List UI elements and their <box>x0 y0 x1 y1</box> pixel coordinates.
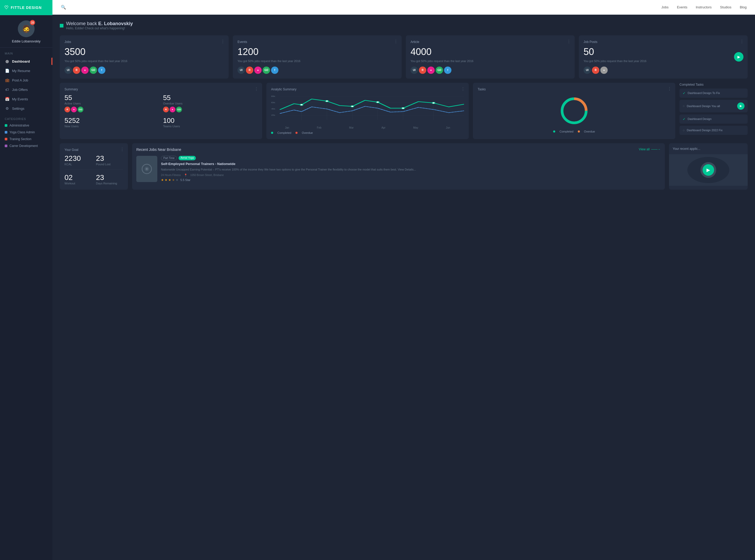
tasks-legend-completed: Completed <box>559 130 573 133</box>
job-company: 24 Hours Fitness <box>161 174 181 177</box>
mini-avatar: f <box>98 66 105 74</box>
mini-avatar: ● <box>600 66 608 74</box>
category-dot <box>5 124 7 127</box>
sidebar-item-resume[interactable]: 📄 My Resume <box>0 66 53 76</box>
avatar-row-article: UI R ● GD f <box>410 66 570 74</box>
job-title[interactable]: Self-Employed Personal Trainers - Nation… <box>161 162 661 166</box>
category-label: Yoga Class Admin <box>9 131 35 134</box>
job-thumb-image <box>139 158 155 179</box>
tag-aerial-yoga: Aerial Yoga <box>178 156 196 160</box>
star-4: ★ <box>172 178 175 182</box>
logo[interactable]: ♡ FITTLE DESIGN <box>0 0 53 15</box>
card-menu-tasks[interactable]: ⋮ <box>667 86 672 92</box>
sidebar-item-dashboard[interactable]: ◎ Dashboard <box>0 57 53 66</box>
nav-blog[interactable]: Blog <box>740 5 747 9</box>
topbar-nav: Jobs Events Instructors Studios Blog <box>661 5 747 9</box>
goal-kcal-label: KCAL <box>64 163 92 166</box>
summary-title: Summary <box>64 87 257 91</box>
mini-avatar: ● <box>427 66 434 74</box>
category-training[interactable]: Traning Section <box>5 136 48 142</box>
nav-events[interactable]: Events <box>677 5 688 9</box>
nav-jobs[interactable]: Jobs <box>661 5 669 9</box>
mini-avatar: UI <box>64 66 72 74</box>
line-chart-area: 8k 6k 4k 2k <box>271 94 464 125</box>
teams-users-num: 100 <box>163 117 257 125</box>
card-menu-job-posts[interactable]: ⋮ <box>740 39 744 44</box>
card-menu-summary[interactable]: ⋮ <box>254 86 258 92</box>
stat-card-job-posts: ⋮ Job Posts 50 You got 50% jobs request … <box>579 35 748 79</box>
card-menu-article[interactable]: ⋮ <box>567 39 571 44</box>
avatar-wrap: 🧔 15 <box>18 20 35 37</box>
sidebar-item-label: My Resume <box>12 69 30 73</box>
category-administrative[interactable]: Administrative <box>5 122 48 129</box>
donut-chart-svg <box>558 95 590 126</box>
welcome-icon <box>60 24 63 27</box>
card-menu-jobs[interactable]: ⋮ <box>221 39 225 44</box>
app-play-button[interactable]: ▶ <box>702 164 714 176</box>
goal-days-num: 23 <box>96 174 123 182</box>
goal-pound-label: Pound Lost <box>96 163 123 166</box>
summary-stats: 55 Active Users R ● GD 55 Overdue Users … <box>64 94 257 129</box>
tasks-legend-dot-overdue <box>578 131 580 133</box>
app-thumbnail: ▶ <box>669 154 748 186</box>
card-play-button[interactable]: ▶ <box>734 52 743 62</box>
welcome-banner: Welcome back E. Lobanovskiy Hello, Eddie… <box>60 21 748 30</box>
mini-avatar: GD <box>263 66 270 74</box>
nav-studios[interactable]: Studios <box>720 5 731 9</box>
line-chart-svg: 8k 6k 4k 2k <box>271 94 464 123</box>
middle-row: ⋮ Summary 55 Active Users R ● GD 55 <box>60 83 748 139</box>
card-sub-jobs: You got 50% jobs request than the last y… <box>64 59 224 63</box>
sidebar-item-events[interactable]: 📅 My Events <box>0 94 53 104</box>
mini-avatar: f <box>271 66 278 74</box>
svg-point-14 <box>300 104 303 105</box>
donut-chart-wrap <box>478 94 671 128</box>
task-text: Dashboard Design To Fix <box>688 92 744 95</box>
mini-avatar: UI <box>237 66 245 74</box>
task-item-3: ○ Dashboard Design 2022 Fix <box>679 126 748 135</box>
analytic-title: Analytic Summary <box>271 87 464 91</box>
mini-avatar: f <box>444 66 451 74</box>
card-title-article: Article <box>410 40 570 44</box>
mini-avatar: R <box>592 66 599 74</box>
view-all-link[interactable]: View all ——→ <box>639 147 661 151</box>
card-menu-goal[interactable]: ⋮ <box>120 147 124 152</box>
task-play-button[interactable]: ▶ <box>737 102 744 110</box>
legend-label-overdue: Overdue <box>302 131 313 134</box>
category-career[interactable]: Carrer Development <box>5 142 48 149</box>
job-thumbnail <box>136 156 157 182</box>
card-menu-events[interactable]: ⋮ <box>394 39 398 44</box>
tasks-legend: Completed Overdue <box>478 130 671 133</box>
task-check-icon: ✓ <box>683 117 685 121</box>
mini-avatar: GD <box>78 106 83 112</box>
mini-avatar: GD <box>176 106 182 112</box>
sidebar-user: 🧔 15 Eddie Lobanovskiy <box>0 15 53 48</box>
completed-tasks-title: Completed Tasks <box>679 83 748 86</box>
sidebar: ♡ FITTLE DESIGN 🧔 15 Eddie Lobanovskiy M… <box>0 0 53 560</box>
welcome-heading: Welcome back E. Lobanovskiy <box>66 21 133 26</box>
categories-label: Categories <box>0 113 53 122</box>
avatar-row-job-posts: UI R ● <box>584 66 743 74</box>
welcome-subtext: Hello, Eddie! Check out what's happening… <box>66 26 133 30</box>
category-dot <box>5 131 7 134</box>
sidebar-item-settings[interactable]: ⚙ Settings <box>0 104 53 113</box>
resume-icon: 📄 <box>5 68 9 73</box>
svg-text:8k: 8k <box>271 95 275 97</box>
goal-workout-num: 02 <box>64 174 92 182</box>
job-rating: ★ ★ ★ ★ ★ 5.5 Star <box>161 178 661 182</box>
goal-pound-num: 23 <box>96 154 123 163</box>
recent-jobs-card: Recent Jobs Near Brisbane View all ——→ <box>132 143 665 189</box>
category-yoga[interactable]: Yoga Class Admin <box>5 129 48 136</box>
mini-avatar: GD <box>90 66 97 74</box>
svg-point-26 <box>146 168 148 170</box>
svg-point-15 <box>325 100 328 102</box>
sidebar-item-job-offers[interactable]: 🏷 Job Offers <box>0 85 53 94</box>
mini-avatar: R <box>163 106 169 112</box>
sidebar-item-post-job[interactable]: 💼 Post A Job <box>0 76 53 85</box>
notification-badge: 15 <box>30 20 35 25</box>
card-menu-analytic[interactable]: ⋮ <box>461 86 465 92</box>
overdue-users-num: 55 <box>163 94 257 102</box>
svg-point-19 <box>432 102 435 104</box>
goal-days: 23 Days Remaining <box>96 174 123 185</box>
nav-instructors[interactable]: Instructors <box>696 5 712 9</box>
settings-icon: ⚙ <box>5 106 9 111</box>
